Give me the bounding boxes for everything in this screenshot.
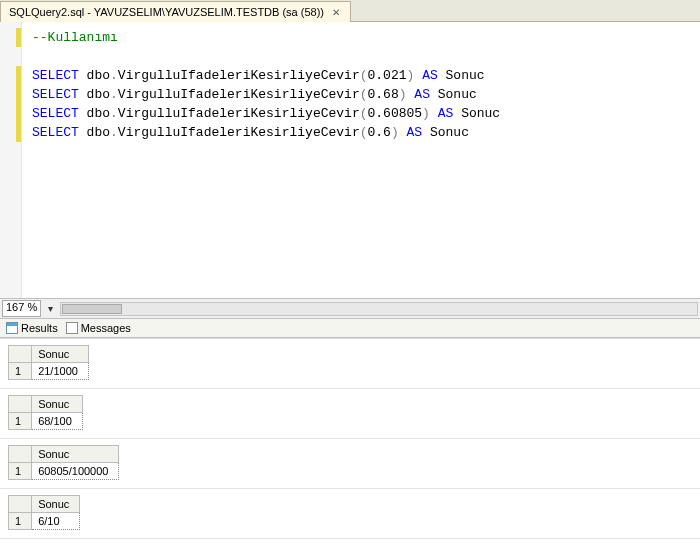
zoom-select[interactable]: 167 % [2, 300, 41, 317]
row-number[interactable]: 1 [9, 513, 32, 530]
row-number[interactable]: 1 [9, 363, 32, 380]
result-grid[interactable]: Sonuc 121/1000 [8, 345, 89, 380]
grid-icon [6, 322, 18, 334]
result-grid-block: Sonuc 121/1000 [0, 339, 700, 389]
code-comment: --Kullanımı [32, 30, 118, 45]
tab-messages-label: Messages [81, 322, 131, 334]
tab-results[interactable]: Results [6, 322, 58, 334]
result-grid[interactable]: Sonuc 168/100 [8, 395, 83, 430]
tab-results-label: Results [21, 322, 58, 334]
change-marker [16, 28, 21, 47]
code-content: --Kullanımı SELECT dbo.VirgulluIfadeleri… [22, 22, 510, 298]
chevron-down-icon[interactable]: ▾ [45, 303, 56, 314]
cell-value[interactable]: 68/100 [32, 413, 83, 430]
result-grid-block: Sonuc 160805/100000 [0, 439, 700, 489]
scrollbar-thumb[interactable] [62, 304, 122, 314]
change-marker [16, 66, 21, 142]
row-number[interactable]: 1 [9, 413, 32, 430]
cell-value[interactable]: 60805/100000 [32, 463, 119, 480]
results-pane[interactable]: Sonuc 121/1000 Sonuc 168/100 Sonuc 16080… [0, 338, 700, 556]
result-grid-block: Sonuc 168/100 [0, 389, 700, 439]
result-grid-block: Sonuc 16/10 [0, 489, 700, 539]
result-grid[interactable]: Sonuc 160805/100000 [8, 445, 119, 480]
close-icon[interactable]: ✕ [330, 7, 342, 18]
grid-corner [9, 396, 32, 413]
messages-icon [66, 322, 78, 334]
cell-value[interactable]: 21/1000 [32, 363, 89, 380]
grid-corner [9, 496, 32, 513]
code-editor[interactable]: --Kullanımı SELECT dbo.VirgulluIfadeleri… [0, 22, 700, 298]
column-header[interactable]: Sonuc [32, 446, 119, 463]
tab-messages[interactable]: Messages [66, 322, 131, 334]
column-header[interactable]: Sonuc [32, 346, 89, 363]
tab-bar: SQLQuery2.sql - YAVUZSELIM\YAVUZSELIM.TE… [0, 0, 700, 22]
grid-corner [9, 346, 32, 363]
document-tab[interactable]: SQLQuery2.sql - YAVUZSELIM\YAVUZSELIM.TE… [0, 1, 351, 22]
horizontal-scrollbar[interactable] [60, 302, 698, 316]
grid-corner [9, 446, 32, 463]
row-number[interactable]: 1 [9, 463, 32, 480]
column-header[interactable]: Sonuc [32, 496, 80, 513]
results-tab-bar: Results Messages [0, 318, 700, 338]
column-header[interactable]: Sonuc [32, 396, 83, 413]
cell-value[interactable]: 6/10 [32, 513, 80, 530]
editor-gutter [0, 22, 22, 298]
result-grid[interactable]: Sonuc 16/10 [8, 495, 80, 530]
editor-footer: 167 % ▾ [0, 298, 700, 318]
document-tab-title: SQLQuery2.sql - YAVUZSELIM\YAVUZSELIM.TE… [9, 6, 324, 18]
